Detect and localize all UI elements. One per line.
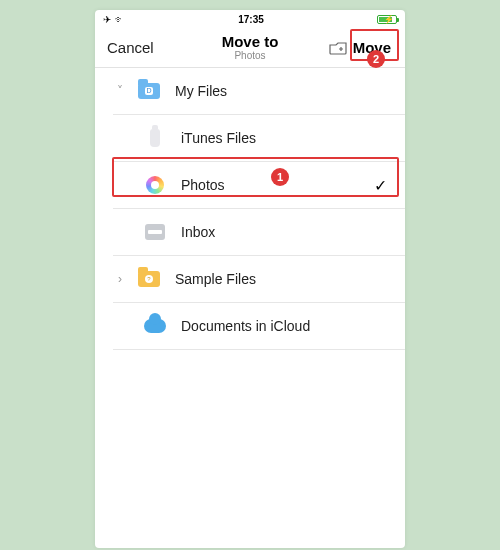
row-documents-icloud[interactable]: Documents in iCloud	[95, 303, 405, 349]
chevron-right-icon[interactable]: ›	[113, 272, 127, 286]
row-itunes-files[interactable]: iTunes Files	[95, 115, 405, 161]
row-label: Sample Files	[175, 271, 256, 287]
folder-list: ˅ D My Files iTunes Files Photos ✓ Inbox…	[95, 68, 405, 548]
new-folder-icon[interactable]	[329, 41, 347, 55]
row-my-files[interactable]: ˅ D My Files	[95, 68, 405, 114]
folder-icon: ?	[137, 267, 161, 291]
status-bar: ✈ ᯤ 17:35 ⚡	[95, 10, 405, 28]
chevron-down-icon[interactable]: ˅	[113, 84, 127, 98]
row-label: iTunes Files	[181, 130, 256, 146]
row-photos[interactable]: Photos ✓	[95, 162, 405, 208]
battery-icon: ⚡	[377, 15, 397, 24]
annotation-badge-1: 1	[271, 168, 289, 186]
nav-title: Move to	[222, 34, 279, 51]
row-label: My Files	[175, 83, 227, 99]
wifi-icon: ᯤ	[115, 14, 125, 25]
nav-bar: Cancel Move to Photos Move	[95, 28, 405, 68]
checkmark-icon: ✓	[374, 176, 387, 195]
row-inbox[interactable]: Inbox	[95, 209, 405, 255]
row-label: Inbox	[181, 224, 215, 240]
row-sample-files[interactable]: › ? Sample Files	[95, 256, 405, 302]
inbox-icon	[143, 220, 167, 244]
itunes-icon	[143, 126, 167, 150]
nav-subtitle: Photos	[222, 50, 279, 61]
cloud-icon	[143, 314, 167, 338]
airplane-icon: ✈	[103, 14, 111, 25]
folder-icon: D	[137, 79, 161, 103]
row-label: Photos	[181, 177, 225, 193]
photos-icon	[143, 173, 167, 197]
cancel-button[interactable]: Cancel	[107, 39, 154, 56]
annotation-badge-2: 2	[367, 50, 385, 68]
row-label: Documents in iCloud	[181, 318, 310, 334]
status-time: 17:35	[238, 14, 264, 25]
